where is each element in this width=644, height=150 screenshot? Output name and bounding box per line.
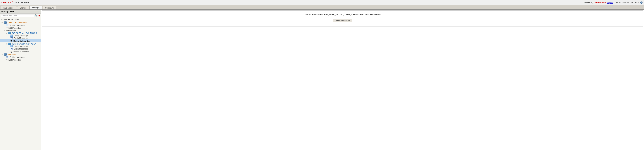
subscriber-icon-jms-monitoring xyxy=(8,43,11,45)
datetime-display: Tue Jul 18 09:29 UTC 2023 xyxy=(614,1,639,3)
tree-arrow-etallocfromrms: ▽ xyxy=(2,22,3,23)
dump-icon-2 xyxy=(10,45,13,47)
sidebar-item-delete-sub-1[interactable]: 🗑 Delete Subscriber xyxy=(0,39,41,42)
app-title: JMS Console xyxy=(14,1,29,4)
header-right: Welcome, ribrmsadmin Logout Tue Jul 18 0… xyxy=(584,1,642,4)
dump-label-1: Dump Message xyxy=(14,35,28,37)
content-body: Delete Subscriber xyxy=(42,17,643,24)
subscriber-label-rib-tafr: RIB_TAFR_ALLOC_TAFR_1 xyxy=(12,32,37,34)
header-left: ORACLE ® JMS Console xyxy=(2,1,29,4)
publish-icon-1 xyxy=(6,24,8,26)
sidebar-item-subscribers-1[interactable]: ▽ Subscribers xyxy=(0,29,41,32)
drain-icon-2 xyxy=(10,48,13,50)
oracle-logo: ORACLE ® xyxy=(2,1,13,4)
publish-icon-2 xyxy=(6,56,8,58)
tree-arrow-etasnin: ▽ xyxy=(2,54,3,55)
edit-label-2: Edit Properties xyxy=(8,59,21,61)
topic-label-etasnin: ETASNIN xyxy=(8,53,16,56)
nav-tabs: Live Monitor Browse Manage Configure xyxy=(0,5,644,10)
tree-arrow-jms-monitoring: ▽ xyxy=(6,43,8,45)
drain-label-2: Drain Messages xyxy=(14,48,28,50)
subscriber-icon-rib-tafr xyxy=(8,32,11,34)
sidebar-item-delete-sub-2[interactable]: 🗑 Delete Subscriber xyxy=(0,50,41,53)
welcome-text: Welcome, ribrmsadmin xyxy=(584,1,606,3)
delete-subscriber-button[interactable]: Delete Subscriber xyxy=(333,19,352,22)
subscribers-label-1: Subscribers xyxy=(6,29,16,32)
header-bar: ORACLE ® JMS Console Welcome, ribrmsadmi… xyxy=(0,0,644,5)
tree-arrow-rib-tafr: ▽ xyxy=(6,32,8,34)
sidebar-item-rib-tafr[interactable]: ▽ RIB_TAFR_ALLOC_TAFR_1 xyxy=(0,32,41,34)
content-title: Delete Subscriber: RIB_TAFR_ALLOC_TAFR_1… xyxy=(42,10,643,17)
power-icon: ⏻ xyxy=(640,1,642,4)
topic-label-etallocfromrms: ETALLOCFROMRMS xyxy=(8,22,27,24)
subscriber-label-jms-monitoring: JMS_MONITORING_AGENT xyxy=(12,43,38,45)
content-area: Delete Subscriber: RIB_TAFR_ALLOC_TAFR_1… xyxy=(41,10,644,150)
tab-live-monitor[interactable]: Live Monitor xyxy=(1,6,17,9)
search-button[interactable]: 🔍 xyxy=(34,14,38,17)
search-input[interactable] xyxy=(1,14,34,17)
content-panel: Delete Subscriber: RIB_TAFR_ALLOC_TAFR_1… xyxy=(42,10,643,60)
drain-icon-1 xyxy=(10,37,13,39)
sidebar-item-edit-props-1[interactable]: ✂ Edit Properties xyxy=(0,27,41,29)
jms-server-label: ▽ JMS Server : jms1 xyxy=(0,18,41,21)
sidebar: Manage JMS 🔍 ✖ ▽ JMS Server : jms1 ▽ ETA… xyxy=(0,10,41,150)
sidebar-item-etallocfromrms[interactable]: ▽ ETALLOCFROMRMS xyxy=(0,21,41,24)
tab-configure[interactable]: Configure xyxy=(42,6,56,9)
search-bar: 🔍 ✖ xyxy=(0,14,41,18)
sidebar-item-jms-monitoring[interactable]: ▽ JMS_MONITORING_AGENT xyxy=(0,42,41,45)
dump-icon-1 xyxy=(10,35,13,37)
sidebar-title: Manage JMS xyxy=(0,10,41,14)
publish-label-1: Publish Message xyxy=(10,24,25,26)
edit-icon-1: ✂ xyxy=(6,27,8,29)
tree-arrow-subscribers: ▽ xyxy=(4,30,5,31)
sidebar-item-dump-2[interactable]: Dump Message xyxy=(0,45,41,48)
tab-browse[interactable]: Browse xyxy=(17,6,29,9)
sidebar-item-etasnin[interactable]: ▽ ETASNIN xyxy=(0,53,41,56)
clear-search-button[interactable]: ✖ xyxy=(38,14,40,17)
sidebar-item-edit-props-2[interactable]: ✂ Edit Properties xyxy=(0,59,41,61)
dump-label-2: Dump Message xyxy=(14,45,28,47)
sidebar-item-drain-1[interactable]: Drain Messages xyxy=(0,37,41,39)
sidebar-item-publish-2[interactable]: Publish Message xyxy=(0,56,41,59)
drain-label-1: Drain Messages xyxy=(14,37,28,39)
sidebar-item-dump-1[interactable]: Dump Message xyxy=(0,34,41,37)
topic-icon-etallocfromrms xyxy=(4,21,6,24)
trash-icon-2: 🗑 xyxy=(10,50,12,53)
delete-sub-label-2: Delete Subscriber xyxy=(14,51,29,53)
delete-sub-label-1: Delete Subscriber xyxy=(14,40,30,42)
sidebar-item-publish-1[interactable]: Publish Message xyxy=(0,24,41,27)
edit-label-1: Edit Properties xyxy=(8,27,21,29)
logout-link[interactable]: Logout xyxy=(607,1,613,3)
main-layout: Manage JMS 🔍 ✖ ▽ JMS Server : jms1 ▽ ETA… xyxy=(0,10,644,150)
edit-icon-2: ✂ xyxy=(6,59,8,61)
publish-label-2: Publish Message xyxy=(10,56,25,58)
topic-icon-etasnin xyxy=(4,53,6,56)
sidebar-item-drain-2[interactable]: Drain Messages xyxy=(0,48,41,50)
trash-icon-1: 🗑 xyxy=(10,40,12,42)
tab-manage[interactable]: Manage xyxy=(30,6,42,9)
